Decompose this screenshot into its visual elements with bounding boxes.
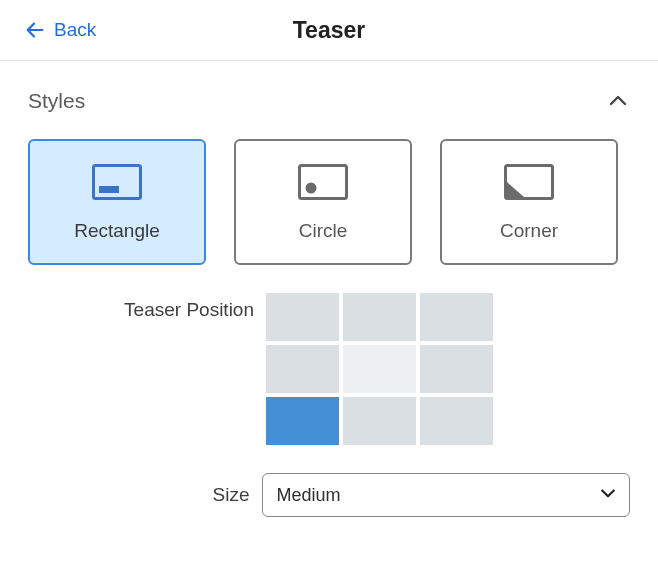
position-middle-left[interactable]	[266, 345, 339, 393]
style-option-corner[interactable]: Corner	[440, 139, 618, 265]
page-title: Teaser	[0, 17, 658, 44]
teaser-position-grid	[266, 293, 493, 445]
svg-rect-2	[300, 166, 347, 199]
styles-section-toggle[interactable]: Styles	[28, 89, 630, 113]
size-label: Size	[28, 484, 262, 506]
style-label: Circle	[299, 220, 348, 242]
corner-icon	[504, 162, 554, 202]
size-select[interactable]: Medium	[262, 473, 631, 517]
size-value: Medium	[277, 485, 341, 506]
svg-rect-1	[99, 186, 119, 193]
circle-icon	[298, 162, 348, 202]
style-option-rectangle[interactable]: Rectangle	[28, 139, 206, 265]
position-top-left[interactable]	[266, 293, 339, 341]
position-bottom-right[interactable]	[420, 397, 493, 445]
style-label: Rectangle	[74, 220, 160, 242]
position-middle-right[interactable]	[420, 345, 493, 393]
chevron-up-icon	[606, 89, 630, 113]
teaser-position-label: Teaser Position	[28, 293, 266, 321]
style-option-circle[interactable]: Circle	[234, 139, 412, 265]
position-top-center[interactable]	[343, 293, 416, 341]
svg-rect-0	[94, 166, 141, 199]
style-label: Corner	[500, 220, 558, 242]
back-button[interactable]: Back	[24, 19, 96, 41]
arrow-left-icon	[24, 19, 46, 41]
position-middle-center[interactable]	[343, 345, 416, 393]
position-bottom-center[interactable]	[343, 397, 416, 445]
styles-section-title: Styles	[28, 89, 85, 113]
position-bottom-left[interactable]	[266, 397, 339, 445]
svg-point-3	[306, 183, 317, 194]
position-top-right[interactable]	[420, 293, 493, 341]
back-label: Back	[54, 19, 96, 41]
rectangle-icon	[92, 162, 142, 202]
